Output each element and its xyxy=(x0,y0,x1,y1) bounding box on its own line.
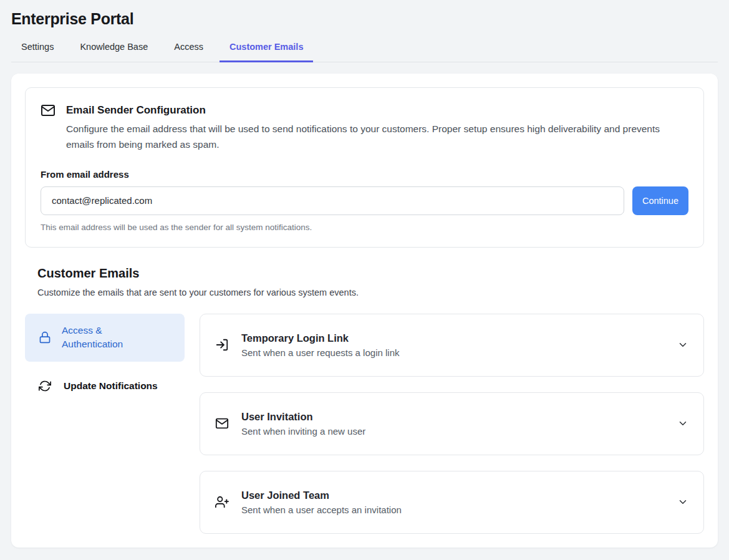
accordion-user-invitation[interactable]: User Invitation Sent when inviting a new… xyxy=(200,392,704,455)
continue-button[interactable]: Continue xyxy=(632,186,688,215)
chevron-down-icon[interactable] xyxy=(677,418,688,429)
customer-emails-header: Customer Emails Customize the emails tha… xyxy=(37,266,704,297)
email-template-list: Temporary Login Link Sent when a user re… xyxy=(200,314,704,534)
accordion-user-joined-team[interactable]: User Joined Team Sent when a user accept… xyxy=(200,471,704,534)
email-helper-text: This email address will be used as the s… xyxy=(41,223,688,232)
user-plus-icon xyxy=(215,495,229,509)
accordion-title: Temporary Login Link xyxy=(241,332,665,344)
mail-icon xyxy=(215,417,229,430)
email-input-row: Continue xyxy=(41,186,688,215)
customer-emails-body: Access & Authentication Update Notificat… xyxy=(25,314,704,534)
customer-emails-title: Customer Emails xyxy=(37,266,704,281)
from-email-label: From email address xyxy=(41,169,688,180)
accordion-text: User Joined Team Sent when a user accept… xyxy=(241,490,665,515)
accordion-subtitle: Sent when a user accepts an invitation xyxy=(241,504,665,515)
email-sender-configuration-card: Email Sender Configuration Configure the… xyxy=(25,87,704,248)
chevron-down-icon[interactable] xyxy=(677,339,688,350)
email-category-sidebar: Access & Authentication Update Notificat… xyxy=(25,314,185,403)
accordion-title: User Invitation xyxy=(241,411,665,423)
accordion-title: User Joined Team xyxy=(241,490,665,501)
sidebar-item-label: Update Notifications xyxy=(64,379,158,393)
tab-customer-emails[interactable]: Customer Emails xyxy=(220,42,313,62)
refresh-icon xyxy=(39,380,51,392)
tab-knowledge-base[interactable]: Knowledge Base xyxy=(70,42,158,62)
mail-icon xyxy=(41,103,56,118)
accordion-subtitle: Sent when a user requests a login link xyxy=(241,347,665,358)
tab-access[interactable]: Access xyxy=(164,42,213,62)
sidebar-item-access-authentication[interactable]: Access & Authentication xyxy=(25,314,185,362)
login-icon xyxy=(215,338,229,352)
accordion-text: Temporary Login Link Sent when a user re… xyxy=(241,332,665,358)
customer-emails-subtitle: Customize the emails that are sent to yo… xyxy=(37,287,704,297)
accordion-temporary-login-link[interactable]: Temporary Login Link Sent when a user re… xyxy=(200,314,704,377)
tab-bar: Settings Knowledge Base Access Customer … xyxy=(11,42,718,62)
accordion-text: User Invitation Sent when inviting a new… xyxy=(241,411,665,437)
accordion-subtitle: Sent when inviting a new user xyxy=(241,426,665,437)
page: Enterprise Portal Settings Knowledge Bas… xyxy=(0,0,729,548)
content-card: Email Sender Configuration Configure the… xyxy=(11,74,718,548)
from-email-input[interactable] xyxy=(41,186,624,215)
email-card-title: Email Sender Configuration xyxy=(66,104,206,117)
page-title: Enterprise Portal xyxy=(11,0,718,28)
email-card-header: Email Sender Configuration xyxy=(41,103,688,118)
email-card-description: Configure the email address that will be… xyxy=(66,122,680,153)
chevron-down-icon[interactable] xyxy=(677,496,688,508)
lock-icon xyxy=(39,331,51,344)
tab-settings[interactable]: Settings xyxy=(11,42,64,62)
sidebar-item-update-notifications[interactable]: Update Notifications xyxy=(25,369,185,403)
sidebar-item-label: Access & Authentication xyxy=(62,324,143,352)
